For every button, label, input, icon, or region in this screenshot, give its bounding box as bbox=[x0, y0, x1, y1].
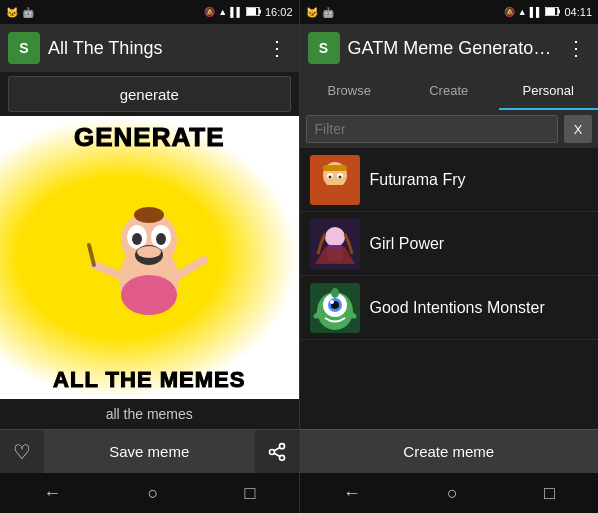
status-right-info-right: 🔕 ▲ ▌▌ 04:11 bbox=[504, 6, 592, 18]
meme-name-futurama: Futurama Fry bbox=[370, 171, 466, 189]
meme-thumb-girlpower bbox=[310, 219, 360, 269]
meme-caption: all the memes bbox=[0, 399, 299, 429]
svg-rect-1 bbox=[259, 9, 261, 13]
time-right: 04:11 bbox=[564, 6, 592, 18]
wifi-icon-right: ▲ bbox=[518, 7, 527, 17]
meme-top-text: GENERATE bbox=[74, 124, 225, 150]
recent-button-right[interactable]: □ bbox=[528, 475, 571, 512]
wifi-icon: ▲ bbox=[218, 7, 227, 17]
svg-point-15 bbox=[121, 275, 177, 315]
meme-image: GENERATE bbox=[0, 116, 299, 399]
share-button[interactable] bbox=[255, 430, 299, 474]
app-bar-right: S GATM Meme Generator (Alph… ⋮ bbox=[300, 24, 599, 72]
tab-create[interactable]: Create bbox=[399, 72, 499, 110]
list-item[interactable]: Futurama Fry bbox=[300, 148, 599, 212]
meme-list: Futurama Fry Girl Power bbox=[300, 148, 599, 429]
home-button-left[interactable]: ○ bbox=[131, 475, 174, 512]
svg-rect-23 bbox=[546, 8, 555, 15]
create-bar[interactable]: Create meme bbox=[300, 429, 599, 473]
save-meme-button[interactable]: Save meme bbox=[44, 430, 255, 474]
svg-line-12 bbox=[94, 265, 119, 275]
favorite-button[interactable]: ♡ bbox=[0, 430, 44, 474]
app-icon-left: S bbox=[8, 32, 40, 64]
svg-rect-2 bbox=[247, 8, 256, 15]
action-bar-left: ♡ Save meme bbox=[0, 429, 299, 473]
filter-input[interactable] bbox=[306, 115, 559, 143]
content-left: generate GENERATE bbox=[0, 72, 299, 473]
svg-point-18 bbox=[279, 455, 284, 460]
silent-icon-right: 🔕 bbox=[504, 7, 515, 17]
back-button-right[interactable]: ← bbox=[327, 475, 377, 512]
svg-line-13 bbox=[179, 260, 204, 275]
svg-line-19 bbox=[274, 453, 280, 456]
svg-point-17 bbox=[269, 449, 274, 454]
status-left-icons: 🐱 🤖 bbox=[6, 7, 34, 18]
back-button-left[interactable]: ← bbox=[27, 475, 77, 512]
svg-point-8 bbox=[156, 233, 166, 245]
svg-line-20 bbox=[274, 447, 280, 450]
cat-icon-right: 🐱 bbox=[306, 7, 318, 18]
svg-point-33 bbox=[325, 227, 345, 247]
meme-thumb-monster bbox=[310, 283, 360, 333]
tab-bar: Browse Create Personal bbox=[300, 72, 599, 110]
svg-point-11 bbox=[134, 207, 164, 223]
meme-figure-area bbox=[8, 150, 291, 369]
nav-bar-right: ← ○ □ bbox=[300, 473, 599, 513]
meme-thumb-futurama bbox=[310, 155, 360, 205]
signal-icon-right: ▌▌ bbox=[530, 7, 543, 17]
meme-bottom-text: ALL THE MEMES bbox=[53, 369, 245, 391]
recent-button-left[interactable]: □ bbox=[229, 475, 272, 512]
meme-name-monster: Good Intentions Monster bbox=[370, 299, 545, 317]
status-left-icons-right: 🐱 🤖 bbox=[306, 7, 334, 18]
tab-personal[interactable]: Personal bbox=[499, 72, 599, 110]
app-title-right: GATM Meme Generator (Alph… bbox=[348, 38, 555, 59]
svg-point-10 bbox=[137, 246, 161, 258]
svg-rect-27 bbox=[323, 165, 347, 171]
list-item[interactable]: Girl Power bbox=[300, 212, 599, 276]
filter-bar: X bbox=[300, 110, 599, 148]
overflow-menu-right[interactable]: ⋮ bbox=[562, 32, 590, 64]
svg-point-31 bbox=[338, 175, 341, 178]
app-icon-right: S bbox=[308, 32, 340, 64]
svg-point-7 bbox=[132, 233, 142, 245]
signal-icon: ▌▌ bbox=[230, 7, 243, 17]
meme-character-svg bbox=[84, 195, 214, 325]
battery-icon bbox=[246, 7, 262, 18]
app-bar-left: S All The Things ⋮ bbox=[0, 24, 299, 72]
left-phone: 🐱 🤖 🔕 ▲ ▌▌ 16:02 S All The Things ⋮ gene… bbox=[0, 0, 299, 513]
battery-icon-right bbox=[545, 7, 561, 18]
meme-display: GENERATE bbox=[0, 116, 299, 399]
svg-rect-26 bbox=[325, 185, 345, 203]
svg-point-30 bbox=[328, 175, 331, 178]
meme-name-girlpower: Girl Power bbox=[370, 235, 445, 253]
filter-clear-button[interactable]: X bbox=[564, 115, 592, 143]
silent-icon: 🔕 bbox=[204, 7, 215, 17]
time-left: 16:02 bbox=[265, 6, 293, 18]
generate-button[interactable]: generate bbox=[8, 76, 291, 112]
tab-browse[interactable]: Browse bbox=[300, 72, 400, 110]
app-title-left: All The Things bbox=[48, 38, 255, 59]
status-bar-left: 🐱 🤖 🔕 ▲ ▌▌ 16:02 bbox=[0, 0, 299, 24]
status-bar-right: 🐱 🤖 🔕 ▲ ▌▌ 04:11 bbox=[300, 0, 599, 24]
create-meme-button[interactable]: Create meme bbox=[403, 443, 494, 460]
list-item[interactable]: Good Intentions Monster bbox=[300, 276, 599, 340]
svg-point-16 bbox=[279, 443, 284, 448]
overflow-menu-left[interactable]: ⋮ bbox=[263, 32, 291, 64]
home-button-right[interactable]: ○ bbox=[431, 475, 474, 512]
svg-rect-22 bbox=[558, 9, 560, 13]
svg-line-14 bbox=[89, 245, 94, 265]
status-right-info: 🔕 ▲ ▌▌ 16:02 bbox=[204, 6, 292, 18]
svg-point-40 bbox=[330, 300, 334, 304]
right-phone: 🐱 🤖 🔕 ▲ ▌▌ 04:11 S GATM Meme Generator (… bbox=[300, 0, 599, 513]
svg-point-41 bbox=[331, 288, 339, 298]
android-icon: 🤖 bbox=[22, 7, 34, 18]
cat-icon: 🐱 bbox=[6, 7, 18, 18]
nav-bar-left: ← ○ □ bbox=[0, 473, 299, 513]
android-icon-right: 🤖 bbox=[322, 7, 334, 18]
